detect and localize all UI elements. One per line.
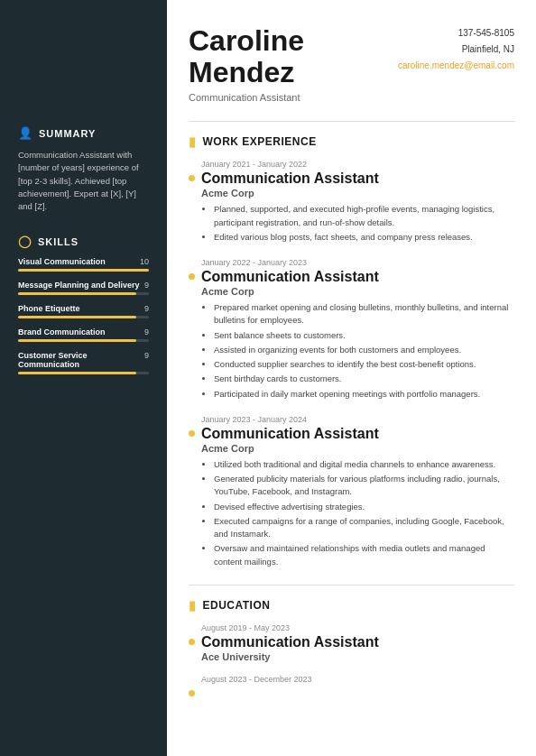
education-divider bbox=[189, 585, 514, 585]
edu-date: August 2019 - May 2023 bbox=[201, 623, 514, 632]
bullet-item: Planned, supported, and executed high-pr… bbox=[214, 203, 514, 229]
summary-title: 👤 SUMMARY bbox=[18, 126, 149, 140]
skill-label: Visual Communication bbox=[18, 257, 106, 266]
skill-bar-bg bbox=[18, 292, 149, 295]
phone: 137-545-8105 bbox=[398, 25, 514, 41]
experience-entry: January 2021 - January 2022 Communicatio… bbox=[189, 160, 514, 244]
skill-label-row: Brand Communication 9 bbox=[18, 327, 149, 337]
skills-list: Visual Communication 10 Message Planning… bbox=[18, 257, 149, 374]
work-experience-title: ▮ WORK EXPERIENCE bbox=[189, 134, 514, 149]
skill-label: Brand Communication bbox=[18, 327, 106, 337]
bullet-item: Assisted in organizing events for both c… bbox=[214, 344, 514, 356]
resume-container: 👤 SUMMARY Communication Assistant with [… bbox=[0, 0, 536, 756]
exp-bullets: Prepared market opening and closing bull… bbox=[201, 301, 514, 401]
skill-item: Visual Communication 10 bbox=[18, 257, 149, 272]
exp-job-title: Communication Assistant bbox=[201, 426, 514, 442]
summary-text: Communication Assistant with [number of … bbox=[18, 149, 149, 213]
contact-info: 137-545-8105 Plainfield, NJ caroline.men… bbox=[398, 25, 514, 74]
summary-section: 👤 SUMMARY Communication Assistant with [… bbox=[18, 126, 149, 213]
exp-company: Acme Corp bbox=[201, 443, 514, 454]
skill-score: 9 bbox=[144, 281, 149, 290]
header-left: Caroline Mendez Communication Assistant bbox=[189, 25, 304, 103]
skill-label: Customer Service Communication bbox=[18, 351, 144, 369]
skill-item: Customer Service Communication 9 bbox=[18, 351, 149, 374]
skills-section: ◯ SKILLS Visual Communication 10 Message… bbox=[18, 235, 149, 374]
skill-bar-fill bbox=[18, 292, 136, 295]
sidebar: 👤 SUMMARY Communication Assistant with [… bbox=[0, 0, 167, 756]
header: Caroline Mendez Communication Assistant … bbox=[189, 25, 514, 103]
exp-bullets: Utilized both traditional and digital me… bbox=[201, 458, 514, 568]
candidate-title: Communication Assistant bbox=[189, 92, 304, 103]
skill-bar-fill bbox=[18, 339, 136, 342]
skill-label: Phone Etiquette bbox=[18, 304, 80, 313]
bullet-item: Conducted supplier searches to identify … bbox=[214, 358, 514, 371]
skill-bar-bg bbox=[18, 372, 149, 374]
bullet-item: Devised effective advertising strategies… bbox=[214, 501, 514, 513]
education-entries-container: August 2019 - May 2023 Communication Ass… bbox=[189, 623, 514, 684]
skill-bar-bg bbox=[18, 339, 149, 342]
skill-label: Message Planning and Delivery bbox=[18, 281, 140, 290]
skill-score: 10 bbox=[140, 257, 149, 266]
skill-item: Phone Etiquette 9 bbox=[18, 304, 149, 318]
main-content: Caroline Mendez Communication Assistant … bbox=[167, 0, 536, 756]
header-divider bbox=[189, 121, 514, 122]
experience-entry: January 2023 - January 2024 Communicatio… bbox=[189, 415, 514, 568]
bullet-item: Oversaw and maintained relationships wit… bbox=[214, 542, 514, 568]
exp-date: January 2023 - January 2024 bbox=[201, 415, 514, 424]
exp-job-title: Communication Assistant bbox=[201, 269, 514, 285]
candidate-name: Caroline Mendez bbox=[189, 25, 304, 88]
email: caroline.mendez@email.com bbox=[398, 58, 514, 74]
skill-item: Message Planning and Delivery 9 bbox=[18, 281, 149, 295]
exp-job-title: Communication Assistant bbox=[201, 171, 514, 187]
bullet-item: Utilized both traditional and digital me… bbox=[214, 458, 514, 471]
skill-score: 9 bbox=[144, 327, 149, 337]
exp-date: January 2022 - January 2023 bbox=[201, 258, 514, 267]
skill-item: Brand Communication 9 bbox=[18, 327, 149, 342]
exp-company: Acme Corp bbox=[201, 286, 514, 297]
education-icon: ▮ bbox=[189, 598, 197, 613]
skill-bar-fill bbox=[18, 316, 136, 318]
skill-bar-fill bbox=[18, 372, 136, 374]
skill-label-row: Phone Etiquette 9 bbox=[18, 304, 149, 313]
skill-label-row: Message Planning and Delivery 9 bbox=[18, 281, 149, 290]
skill-score: 9 bbox=[144, 351, 149, 360]
briefcase-icon: ▮ bbox=[189, 134, 197, 149]
edu-degree: Communication Assistant bbox=[201, 634, 514, 650]
work-experience-section: ▮ WORK EXPERIENCE January 2021 - January… bbox=[189, 134, 514, 568]
location: Plainfield, NJ bbox=[398, 41, 514, 58]
skills-title: ◯ SKILLS bbox=[18, 235, 149, 248]
edu-school: Ace University bbox=[201, 651, 514, 662]
edu-entry: August 2019 - May 2023 Communication Ass… bbox=[189, 623, 514, 662]
bullet-item: Edited various blog posts, fact sheets, … bbox=[214, 231, 514, 244]
experience-entry: January 2022 - January 2023 Communicatio… bbox=[189, 258, 514, 401]
bullet-item: Executed campaigns for a range of compan… bbox=[214, 515, 514, 541]
person-icon: 👤 bbox=[18, 126, 33, 140]
bullet-item: Sent balance sheets to customers. bbox=[214, 329, 514, 342]
bullet-item: Participated in daily market opening mee… bbox=[214, 388, 514, 401]
skill-bar-bg bbox=[18, 269, 149, 272]
bullet-item: Generated publicity materials for variou… bbox=[214, 473, 514, 499]
education-title: ▮ EDUCATION bbox=[189, 598, 514, 613]
exp-company: Acme Corp bbox=[201, 188, 514, 198]
skill-label-row: Customer Service Communication 9 bbox=[18, 351, 149, 369]
exp-bullets: Planned, supported, and executed high-pr… bbox=[201, 203, 514, 244]
skill-bar-fill bbox=[18, 269, 149, 272]
skills-icon: ◯ bbox=[18, 235, 32, 248]
skill-label-row: Visual Communication 10 bbox=[18, 257, 149, 266]
bullet-item: Prepared market opening and closing bull… bbox=[214, 301, 514, 327]
skill-bar-bg bbox=[18, 316, 149, 318]
exp-date: January 2021 - January 2022 bbox=[201, 160, 514, 169]
skill-score: 9 bbox=[144, 304, 149, 313]
bullet-item: Sent birthday cards to customers. bbox=[214, 373, 514, 385]
education-section: ▮ EDUCATION August 2019 - May 2023 Commu… bbox=[189, 598, 514, 684]
edu-date: August 2023 - December 2023 bbox=[201, 675, 514, 684]
edu-entry: August 2023 - December 2023 bbox=[189, 675, 514, 684]
work-entries-container: January 2021 - January 2022 Communicatio… bbox=[189, 160, 514, 568]
